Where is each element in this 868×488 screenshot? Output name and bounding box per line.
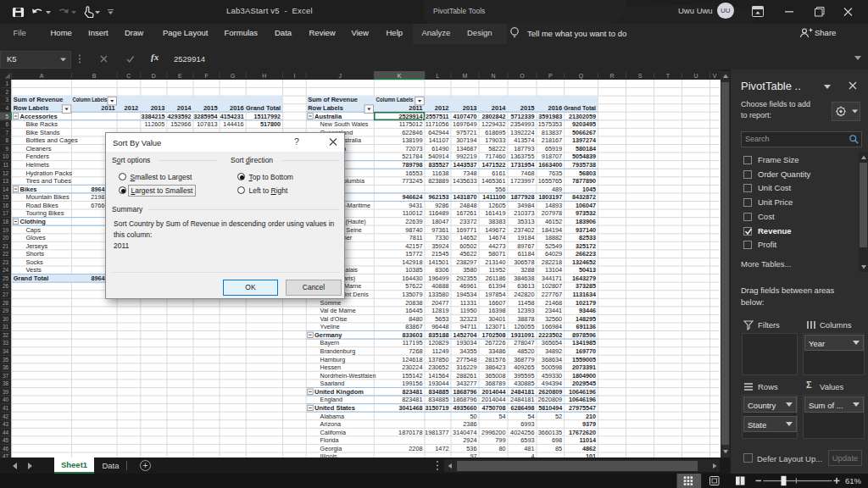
svg-text:U: U — [693, 73, 698, 79]
svg-text:120829: 120829 — [428, 339, 448, 347]
svg-text:34355: 34355 — [459, 347, 476, 355]
svg-text:834885: 834885 — [428, 396, 448, 403]
svg-text:Val d'Oise: Val d'Oise — [320, 315, 348, 323]
svg-text:United Kingdom: United Kingdom — [314, 388, 364, 396]
svg-text:3288: 3288 — [520, 266, 534, 274]
svg-text:Cleaners: Cleaners — [25, 145, 51, 152]
svg-text:2029545: 2029545 — [572, 380, 596, 387]
svg-text:717460: 717460 — [485, 152, 505, 160]
svg-text:Row Labels: Row Labels — [308, 104, 343, 112]
svg-text:489: 489 — [552, 186, 562, 193]
svg-text:57622: 57622 — [405, 282, 422, 290]
svg-text:Grand Total: Grand Total — [564, 104, 596, 112]
svg-text:F: F — [204, 73, 208, 79]
svg-text:32560: 32560 — [545, 315, 562, 323]
svg-text:481: 481 — [524, 445, 534, 452]
svg-text:18882: 18882 — [545, 234, 562, 241]
svg-text:Accessories: Accessories — [20, 113, 58, 120]
svg-text:823889: 823889 — [428, 177, 448, 185]
svg-text:2014: 2014 — [492, 104, 507, 112]
svg-text:975721: 975721 — [456, 129, 476, 136]
svg-text:43: 43 — [3, 421, 9, 427]
svg-text:1663400: 1663400 — [538, 161, 562, 169]
svg-text:35924: 35924 — [431, 242, 448, 250]
svg-text:278047: 278047 — [514, 339, 534, 347]
svg-text:16398: 16398 — [488, 307, 505, 314]
svg-text:Somme: Somme — [320, 299, 342, 307]
svg-text:5: 5 — [6, 114, 9, 119]
svg-text:9: 9 — [6, 146, 9, 152]
svg-text:4: 4 — [6, 105, 9, 111]
svg-text:3660135: 3660135 — [538, 429, 562, 436]
svg-text:395595: 395595 — [514, 372, 534, 380]
svg-text:3384215: 3384215 — [141, 113, 164, 120]
svg-text:207978: 207978 — [542, 209, 562, 217]
svg-text:Alabama: Alabama — [320, 413, 344, 420]
svg-text:1868796: 1868796 — [453, 396, 476, 403]
svg-text:40: 40 — [3, 396, 9, 402]
svg-text:19: 19 — [3, 227, 9, 233]
svg-text:P: P — [548, 73, 553, 79]
svg-text:3: 3 — [6, 97, 9, 103]
svg-text:823481: 823481 — [402, 396, 422, 403]
svg-text:14893: 14893 — [545, 202, 562, 209]
svg-text:16: 16 — [3, 202, 9, 208]
svg-text:Grand Total: Grand Total — [14, 274, 49, 282]
svg-text:292355: 292355 — [456, 274, 476, 282]
svg-text:123071: 123071 — [485, 323, 505, 330]
svg-text:7268: 7268 — [409, 347, 422, 355]
svg-text:48520: 48520 — [517, 347, 534, 355]
svg-text:1655765: 1655765 — [538, 177, 562, 185]
svg-text:2014044: 2014044 — [482, 388, 506, 396]
svg-text:7811: 7811 — [409, 234, 423, 241]
svg-text:10: 10 — [3, 153, 9, 159]
svg-text:517800: 517800 — [260, 120, 281, 128]
svg-text:15117992: 15117992 — [254, 113, 281, 120]
svg-text:1575353: 1575353 — [538, 120, 562, 128]
svg-text:141107: 141107 — [429, 136, 449, 144]
svg-text:196499: 196499 — [428, 274, 448, 282]
svg-text:29: 29 — [3, 308, 9, 313]
svg-text:61394: 61394 — [488, 282, 505, 290]
svg-text:26: 26 — [3, 283, 9, 289]
svg-text:691136: 691136 — [576, 323, 596, 330]
svg-text:166984: 166984 — [542, 323, 562, 330]
svg-text:36: 36 — [3, 364, 9, 370]
svg-text:187793: 187793 — [514, 145, 534, 152]
svg-text:1559005: 1559005 — [572, 356, 596, 363]
svg-text:7468: 7468 — [520, 169, 534, 177]
svg-text:368789: 368789 — [485, 380, 505, 387]
svg-text:7877890: 7877890 — [572, 177, 596, 185]
svg-text:1397274: 1397274 — [572, 136, 596, 144]
svg-text:4154231: 4154231 — [220, 113, 244, 120]
svg-text:135079: 135079 — [402, 291, 422, 298]
svg-text:2012: 2012 — [125, 104, 139, 112]
svg-text:14: 14 — [3, 186, 9, 192]
svg-text:2013: 2013 — [151, 104, 165, 112]
svg-text:1175012: 1175012 — [399, 120, 423, 128]
svg-text:459330: 459330 — [542, 372, 562, 380]
svg-text:2557511: 2557511 — [426, 113, 449, 120]
svg-text:32323: 32323 — [459, 315, 476, 323]
svg-text:124618: 124618 — [402, 356, 422, 363]
svg-text:11331: 11331 — [460, 299, 477, 307]
svg-text:1472: 1472 — [435, 445, 448, 452]
svg-text:N: N — [491, 73, 495, 79]
svg-text:3041468: 3041468 — [399, 404, 423, 412]
svg-text:65919: 65919 — [545, 145, 562, 152]
svg-text:2011: 2011 — [409, 104, 422, 112]
svg-text:21468: 21468 — [545, 299, 562, 307]
svg-text:50: 50 — [470, 413, 476, 420]
svg-text:46961: 46961 — [459, 282, 476, 290]
svg-text:2016: 2016 — [230, 104, 244, 112]
svg-text:1341985: 1341985 — [572, 339, 596, 347]
svg-text:5712339: 5712339 — [511, 113, 535, 120]
svg-text:9286: 9286 — [435, 202, 448, 209]
svg-text:Mountain Bikes: Mountain Bikes — [25, 193, 70, 201]
svg-text:1045: 1045 — [582, 186, 596, 193]
svg-text:83867: 83867 — [405, 323, 422, 330]
svg-text:38383: 38383 — [488, 218, 505, 225]
svg-text:Fenders: Fenders — [25, 152, 49, 160]
svg-text:238297: 238297 — [456, 258, 476, 266]
svg-text:3591983: 3591983 — [538, 113, 562, 120]
